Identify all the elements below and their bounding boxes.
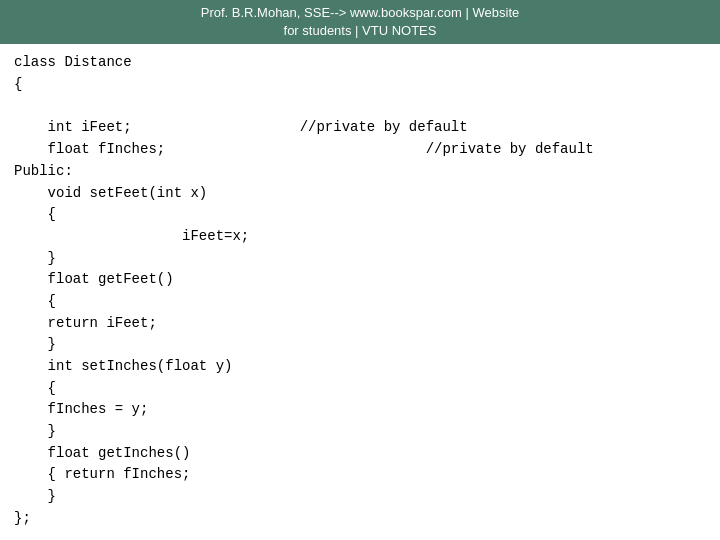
code-line: } <box>14 334 706 356</box>
code-line: { <box>14 74 706 96</box>
code-line: void setFeet(int x) <box>14 183 706 205</box>
code-line: iFeet=x; <box>14 226 706 248</box>
header-bar: Prof. B.R.Mohan, SSE--> www.bookspar.com… <box>0 0 720 44</box>
header-line2: for students | VTU NOTES <box>10 22 710 40</box>
code-line: } <box>14 486 706 508</box>
code-line: } <box>14 421 706 443</box>
code-area: class Distance{ int iFeet; //private by … <box>0 44 720 537</box>
code-line: { <box>14 291 706 313</box>
code-line: int iFeet; //private by default <box>14 117 706 139</box>
code-line: float getFeet() <box>14 269 706 291</box>
code-line: fInches = y; <box>14 399 706 421</box>
code-line: int setInches(float y) <box>14 356 706 378</box>
code-line: { <box>14 378 706 400</box>
header-line1: Prof. B.R.Mohan, SSE--> www.bookspar.com… <box>10 4 710 22</box>
code-line <box>14 96 706 118</box>
code-line: class Distance <box>14 52 706 74</box>
code-line: return iFeet; <box>14 313 706 335</box>
code-line: { return fInches; <box>14 464 706 486</box>
code-line: Public: <box>14 161 706 183</box>
code-line: float fInches; //private by default <box>14 139 706 161</box>
code-line: float getInches() <box>14 443 706 465</box>
code-line: } <box>14 248 706 270</box>
code-line: }; <box>14 508 706 530</box>
code-line: { <box>14 204 706 226</box>
